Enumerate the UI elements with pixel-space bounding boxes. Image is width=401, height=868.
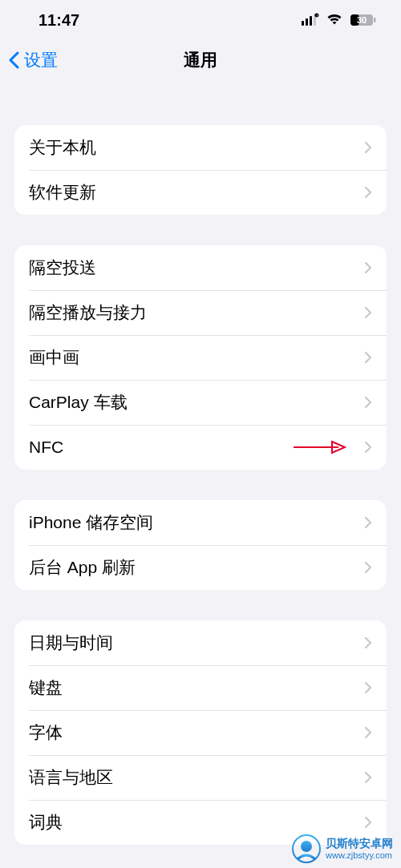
chevron-right-icon (364, 186, 372, 199)
chevron-right-icon (364, 681, 372, 694)
watermark: 贝斯特安卓网 www.zjbstyy.com (292, 834, 393, 863)
row-background-refresh[interactable]: 后台 App 刷新 (14, 545, 387, 590)
chevron-right-icon (364, 261, 372, 274)
row-nfc[interactable]: NFC (14, 425, 387, 470)
chevron-right-icon (364, 726, 372, 739)
watermark-text: 贝斯特安卓网 www.zjbstyy.com (326, 838, 393, 859)
highlight-arrow-icon (292, 440, 348, 454)
svg-point-12 (301, 841, 312, 852)
row-about-device[interactable]: 关于本机 (14, 125, 387, 170)
nav-bar: 设置 通用 (0, 40, 401, 80)
row-carplay[interactable]: CarPlay 车载 (14, 380, 387, 425)
row-airdrop[interactable]: 隔空投送 (14, 245, 387, 290)
svg-rect-2 (310, 16, 312, 26)
row-label: 关于本机 (29, 136, 96, 159)
group-about: 关于本机 软件更新 (14, 125, 387, 215)
row-language-region[interactable]: 语言与地区 (14, 755, 387, 800)
row-label: 语言与地区 (29, 766, 113, 789)
chevron-right-icon (364, 441, 372, 454)
row-airplay[interactable]: 隔空播放与接力 (14, 290, 387, 335)
back-button[interactable]: 设置 (8, 49, 58, 71)
chevron-right-icon (364, 351, 372, 364)
chevron-right-icon (364, 141, 372, 154)
row-pip[interactable]: 画中画 (14, 335, 387, 380)
svg-rect-0 (302, 21, 304, 26)
row-label: 隔空播放与接力 (29, 301, 147, 324)
row-software-update[interactable]: 软件更新 (14, 170, 387, 215)
group-system: 日期与时间 键盘 字体 语言与地区 词典 (14, 620, 387, 845)
battery-icon: 30 (350, 14, 377, 26)
svg-text:30: 30 (357, 15, 367, 25)
row-label: 隔空投送 (29, 256, 96, 279)
svg-rect-8 (374, 18, 376, 22)
status-bar: 11:47 ! 30 (0, 0, 401, 40)
row-label: CarPlay 车载 (29, 391, 128, 414)
chevron-right-icon (364, 771, 372, 784)
row-label: 日期与时间 (29, 632, 113, 654)
back-label: 设置 (24, 49, 58, 71)
row-label: iPhone 储存空间 (29, 511, 153, 534)
row-label: 后台 App 刷新 (29, 556, 136, 579)
chevron-left-icon (8, 51, 21, 69)
watermark-title: 贝斯特安卓网 (326, 838, 393, 850)
row-fonts[interactable]: 字体 (14, 710, 387, 755)
chevron-right-icon (364, 396, 372, 409)
status-time: 11:47 (38, 11, 79, 30)
row-iphone-storage[interactable]: iPhone 储存空间 (14, 500, 387, 545)
nav-title: 通用 (184, 49, 217, 71)
watermark-icon (292, 834, 321, 863)
svg-rect-1 (306, 18, 308, 26)
row-label: 键盘 (29, 676, 63, 699)
row-label: 画中画 (29, 346, 79, 369)
wifi-icon (326, 11, 343, 30)
row-date-time[interactable]: 日期与时间 (14, 620, 387, 665)
row-keyboard[interactable]: 键盘 (14, 665, 387, 710)
status-right: ! 30 (302, 10, 377, 30)
chevron-right-icon (364, 516, 372, 529)
group-storage: iPhone 储存空间 后台 App 刷新 (14, 500, 387, 590)
row-label: 字体 (29, 721, 63, 744)
row-label: 词典 (29, 811, 63, 834)
content: 关于本机 软件更新 隔空投送 隔空播放与接力 画中画 CarPlay 车载 NF… (0, 125, 401, 845)
chevron-right-icon (364, 636, 372, 649)
row-label: NFC (29, 438, 63, 457)
chevron-right-icon (364, 561, 372, 574)
row-label: 软件更新 (29, 181, 96, 204)
group-connect: 隔空投送 隔空播放与接力 画中画 CarPlay 车载 NFC (14, 245, 387, 470)
chevron-right-icon (364, 816, 372, 829)
signal-icon: ! (302, 10, 319, 30)
chevron-right-icon (364, 306, 372, 319)
row-right (292, 440, 372, 454)
watermark-url: www.zjbstyy.com (326, 850, 393, 860)
